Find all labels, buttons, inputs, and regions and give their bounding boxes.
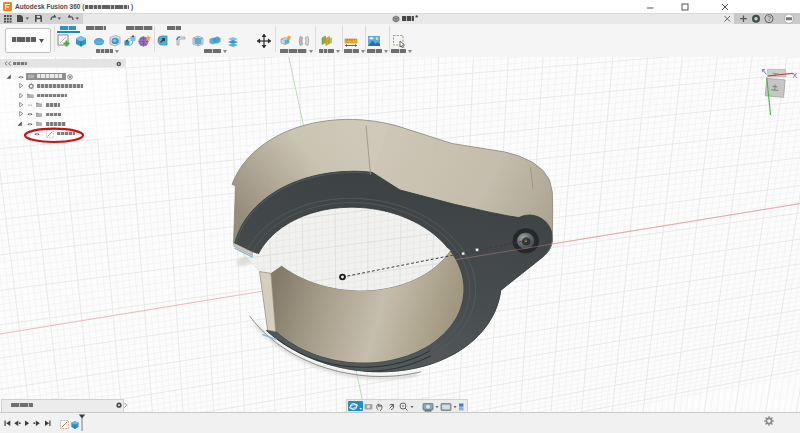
svg-text:X: X	[793, 72, 798, 79]
